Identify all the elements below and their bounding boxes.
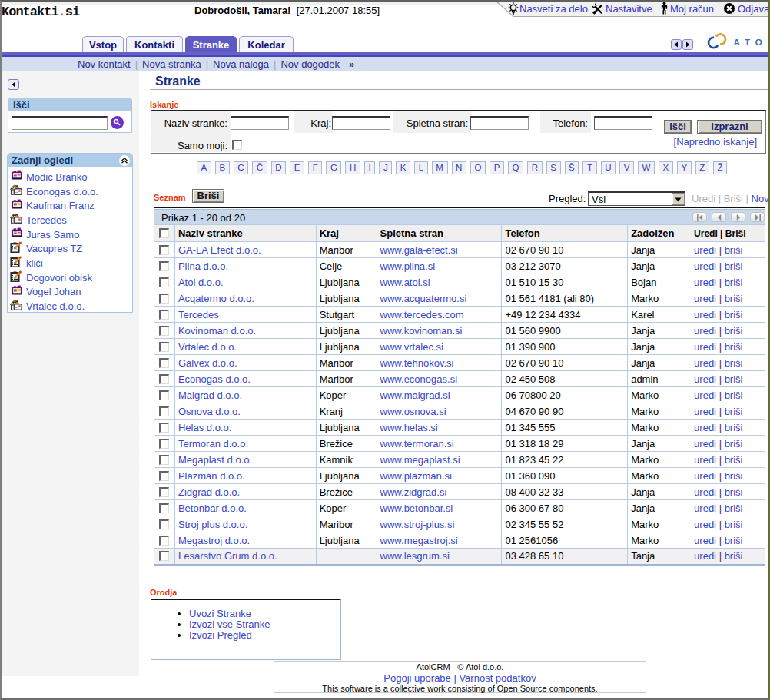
svg-text:ATOL: ATOL (734, 38, 770, 47)
